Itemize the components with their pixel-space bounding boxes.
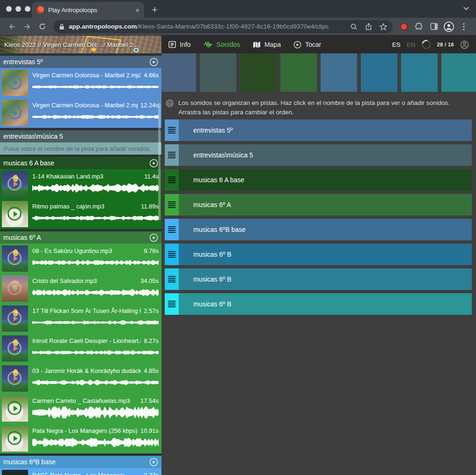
window-zoom-button[interactable] bbox=[25, 6, 30, 12]
track-drag-handle[interactable] bbox=[165, 144, 179, 166]
record-extension-icon[interactable] bbox=[398, 21, 410, 32]
nav-tab-sonidos[interactable]: Sonidos bbox=[203, 41, 240, 48]
section-clips: 1-14 Khakasian Land.mp3 11.4s Ritmo palm… bbox=[0, 169, 161, 229]
track-row[interactable]: musicas 6º B bbox=[165, 268, 472, 290]
clip-row[interactable]: Ritmo palmas _ cajón.mp3 11.89s bbox=[0, 199, 161, 229]
clip-row[interactable]: 1-14 Khakasian Land.mp3 11.4s bbox=[0, 169, 161, 199]
track-row-body[interactable]: musicas 6ºB base bbox=[179, 219, 472, 240]
clip-thumbnail[interactable] bbox=[2, 245, 28, 272]
clip-thumbnail[interactable] bbox=[2, 275, 28, 302]
track-drag-handle[interactable] bbox=[165, 119, 179, 141]
track-row-body[interactable]: musicas 6 A base bbox=[179, 169, 472, 191]
track-row[interactable]: musicas 6º B bbox=[165, 293, 472, 315]
tab-close-icon[interactable]: × bbox=[135, 7, 139, 14]
track-row-body[interactable]: entrevistas\música 5 bbox=[179, 144, 472, 166]
window-close-button[interactable] bbox=[6, 6, 12, 12]
clip-row[interactable]: Cristo del Salvador.mp3 34.05s bbox=[0, 274, 161, 304]
track-drag-handle[interactable] bbox=[165, 194, 179, 215]
url-text[interactable]: app.antropoloops.com/Kleos-Santa-Marina/… bbox=[69, 23, 343, 30]
nav-tab-tocar[interactable]: Tocar bbox=[293, 41, 321, 49]
track-row-body[interactable]: entrevistas 5º bbox=[179, 119, 472, 141]
timeline-tile[interactable] bbox=[161, 53, 196, 92]
track-row[interactable]: entrevistas\música 5 bbox=[165, 144, 472, 166]
project-cover-map-image[interactable]: Kleos 2022 // Virgen Carmen Dol... / Mar… bbox=[0, 36, 161, 53]
clip-thumbnail[interactable] bbox=[2, 335, 28, 362]
clip-thumbnail[interactable] bbox=[2, 201, 28, 227]
play-track-button[interactable] bbox=[149, 159, 158, 168]
window-minimize-button[interactable] bbox=[15, 6, 21, 12]
track-row-body[interactable]: musicas 6º B bbox=[179, 293, 472, 315]
timeline-tile[interactable] bbox=[240, 53, 277, 92]
clip-row[interactable]: Carmen Carreto _ Castañuelas.mp3 17.54s bbox=[0, 393, 161, 423]
browser-menu-kebab-icon[interactable] bbox=[458, 21, 470, 32]
side-panel-icon[interactable] bbox=[428, 21, 440, 32]
clip-row[interactable]: 08 - Es Sakūru Uguntiņu.mp3 9.76s bbox=[0, 244, 161, 274]
clip-row[interactable]: 03 - Jaromír Horák & Konrádyho dudácká .… bbox=[0, 364, 161, 393]
clip-row[interactable]: Introit Rorate Caeli Desuper - Lionheart… bbox=[0, 334, 161, 364]
clip-thumbnail[interactable] bbox=[2, 395, 28, 422]
track-row[interactable]: musicas 6ºB base bbox=[165, 219, 472, 240]
track-drag-handle[interactable] bbox=[165, 169, 179, 191]
reload-icon[interactable] bbox=[36, 21, 48, 32]
clip-row[interactable]: 17 Till Flickan Som Är Tusen År-Halling … bbox=[0, 304, 161, 334]
lang-toggle-en[interactable]: EN bbox=[407, 41, 416, 48]
track-row[interactable]: musicas 6 A base bbox=[165, 169, 472, 191]
track-drag-handle[interactable] bbox=[165, 244, 179, 265]
clip-thumbnail[interactable] bbox=[2, 70, 28, 96]
track-row-body[interactable]: musicas 6º B bbox=[179, 244, 472, 265]
back-icon[interactable] bbox=[6, 21, 18, 32]
clip-thumbnail[interactable] bbox=[2, 470, 28, 475]
track-drag-handle[interactable] bbox=[165, 293, 179, 315]
browser-tab[interactable]: Play Antropoloops × bbox=[32, 2, 144, 18]
nav-tab-mapa[interactable]: Mapa bbox=[253, 41, 281, 48]
track-section-header[interactable]: musicas 6º A bbox=[0, 231, 161, 244]
clip-thumbnail[interactable] bbox=[2, 425, 28, 452]
track-section-header[interactable]: musicas 6 A base bbox=[0, 157, 161, 169]
bookmark-star-icon[interactable] bbox=[380, 23, 387, 30]
timeline-tile[interactable] bbox=[441, 53, 476, 92]
clip-thumbnail[interactable] bbox=[2, 100, 28, 126]
new-tab-button[interactable]: + bbox=[152, 6, 158, 14]
window-traffic-lights[interactable] bbox=[6, 6, 30, 12]
nav-tab-info[interactable]: Info bbox=[168, 41, 190, 48]
track-section-header[interactable]: musicas 6ºB base bbox=[0, 456, 161, 468]
play-triangle-icon bbox=[14, 436, 18, 441]
address-bar[interactable]: app.antropoloops.com/Kleos-Santa-Marina/… bbox=[53, 20, 393, 33]
play-track-button[interactable] bbox=[149, 458, 158, 467]
clip-thumbnail[interactable] bbox=[2, 305, 28, 332]
forward-icon[interactable] bbox=[21, 21, 33, 32]
track-row[interactable]: musicas 6º A bbox=[165, 194, 472, 215]
nav-label: Sonidos bbox=[216, 41, 240, 48]
timeline-tile[interactable] bbox=[361, 53, 397, 92]
tab-search-chevron-icon[interactable] bbox=[463, 6, 469, 11]
extensions-puzzle-icon[interactable] bbox=[413, 21, 425, 32]
track-row[interactable]: musicas 6º B bbox=[165, 244, 472, 265]
share-icon[interactable] bbox=[365, 23, 372, 30]
account-icon[interactable] bbox=[460, 40, 469, 49]
profile-avatar[interactable] bbox=[443, 21, 455, 32]
track-drag-handle[interactable] bbox=[165, 219, 179, 240]
play-track-button[interactable] bbox=[149, 58, 158, 67]
timeline-tile[interactable] bbox=[401, 53, 438, 92]
sidebar-scrollbar[interactable] bbox=[158, 103, 161, 220]
clip-thumbnail[interactable] bbox=[2, 171, 28, 197]
track-row-body[interactable]: musicas 6º A bbox=[179, 194, 472, 215]
clip-thumbnail[interactable] bbox=[2, 365, 28, 392]
breadcrumb[interactable]: Kleos 2022 // Virgen Carmen Dol... / Mar… bbox=[4, 41, 138, 48]
clip-row[interactable]: Virgen Carmen Dolorosa - Maribel 2.mp3 4… bbox=[0, 68, 161, 98]
track-section-header[interactable]: entrevistas 5º bbox=[0, 56, 161, 68]
clip-row[interactable]: Pata Negra - Los Managers (256 kbps).mp3… bbox=[0, 423, 161, 453]
track-drag-handle[interactable] bbox=[165, 268, 179, 290]
clips-sidebar[interactable]: entrevistas 5º Virgen Carmen Dolorosa - … bbox=[0, 53, 161, 475]
lang-toggle-es[interactable]: ES bbox=[392, 41, 401, 48]
track-row[interactable]: entrevistas 5º bbox=[165, 119, 472, 141]
timeline-tile[interactable] bbox=[321, 53, 357, 92]
track-section-header[interactable]: entrevistas\música 5 bbox=[0, 130, 161, 142]
timeline-tile[interactable] bbox=[200, 53, 236, 92]
timeline-tile[interactable] bbox=[280, 53, 317, 92]
clip-row[interactable]: Virgen Carmen Dolorosa - Maribel 2.mp3 1… bbox=[0, 98, 161, 128]
clip-row[interactable]: BASE Pata Negra - Los Managers 3.77s bbox=[0, 468, 161, 475]
zoom-icon[interactable] bbox=[350, 23, 358, 30]
track-row-body[interactable]: musicas 6º B bbox=[179, 268, 472, 290]
play-track-button[interactable] bbox=[149, 233, 158, 242]
